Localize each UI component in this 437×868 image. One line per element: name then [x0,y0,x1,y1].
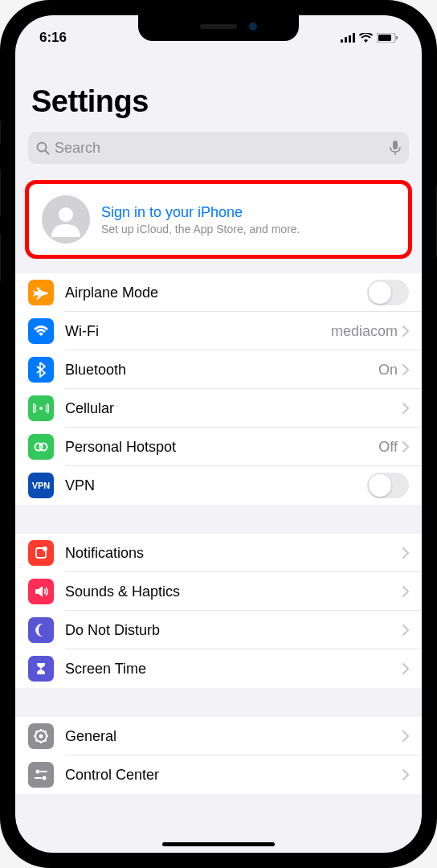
hotspot-row[interactable]: Personal Hotspot Off [15,428,422,466]
search-placeholder: Search [55,140,390,157]
cellular-label: Cellular [65,400,402,417]
wifi-detail: mediacom [331,323,398,340]
page-header: Settings [15,52,422,125]
bluetooth-label: Bluetooth [65,362,378,379]
svg-point-14 [40,444,47,451]
screentime-row[interactable]: Screen Time [15,649,422,688]
notifications-row[interactable]: Notifications [15,534,422,572]
hotspot-icon [28,434,54,460]
chevron-icon [402,547,409,559]
svg-rect-1 [345,37,347,43]
vpn-icon: VPN [28,473,54,498]
airplane-mode-row[interactable]: Airplane Mode [15,273,422,312]
dnd-row[interactable]: Do Not Disturb [15,611,422,649]
chevron-icon [402,624,409,636]
phone-frame: 6:16 [0,0,437,868]
battery-icon [377,33,398,43]
wifi-row-icon [28,318,54,344]
svg-point-12 [39,407,43,410]
notifications-icon [28,540,54,566]
search-icon [36,141,50,155]
system-group: General Control Center [15,717,422,794]
page-title: Settings [31,84,406,119]
sounds-label: Sounds & Haptics [65,583,402,600]
hotspot-detail: Off [378,439,398,456]
vpn-label: VPN [65,477,367,494]
chevron-icon [402,441,409,452]
sounds-row[interactable]: Sounds & Haptics [15,572,422,611]
wifi-row[interactable]: Wi-Fi mediacom [15,312,422,350]
svg-point-11 [59,207,73,222]
svg-line-25 [36,740,38,742]
airplane-toggle[interactable] [367,280,409,305]
search-box[interactable]: Search [28,132,409,164]
screentime-label: Screen Time [65,661,402,678]
sign-in-card[interactable]: Sign in to your iPhone Set up iCloud, th… [25,180,412,259]
svg-rect-3 [353,33,355,43]
vpn-row[interactable]: VPN VPN [15,466,422,505]
chevron-icon [402,403,409,414]
sliders-icon [28,762,54,788]
svg-point-27 [36,770,40,774]
general-row[interactable]: General [15,717,422,755]
bluetooth-row[interactable]: Bluetooth On [15,350,422,389]
general-label: General [65,728,402,745]
moon-icon [28,617,54,643]
svg-rect-6 [396,36,398,39]
chevron-icon [402,326,409,337]
notifications-label: Notifications [65,545,402,562]
cellular-row[interactable]: Cellular [15,389,422,428]
svg-point-18 [39,735,43,739]
dnd-label: Do Not Disturb [65,622,402,639]
wifi-label: Wi-Fi [65,323,331,340]
notifications-group: Notifications Sounds & Haptics [15,534,422,688]
svg-line-26 [45,731,47,733]
chevron-icon [402,586,409,597]
airplane-label: Airplane Mode [65,285,367,301]
svg-line-23 [36,731,38,733]
cellular-icon [28,395,54,421]
svg-line-8 [45,150,49,154]
svg-point-16 [43,547,47,551]
svg-rect-2 [349,35,351,43]
svg-rect-5 [378,35,391,41]
microphone-icon[interactable] [390,140,401,156]
airplane-icon [28,280,54,305]
home-indicator[interactable] [162,842,275,846]
svg-point-29 [43,776,47,780]
vpn-toggle[interactable] [367,473,409,498]
sign-in-subtitle: Set up iCloud, the App Store, and more. [101,223,300,235]
svg-line-24 [45,740,47,742]
svg-rect-0 [341,39,343,43]
gear-icon [28,723,54,749]
bluetooth-detail: On [378,362,398,379]
sounds-icon [28,579,54,604]
control-center-label: Control Center [65,767,402,784]
status-time: 6:16 [39,30,67,46]
wifi-icon [359,33,373,43]
connectivity-group: Airplane Mode Wi-Fi mediacom [15,273,422,505]
signal-icon [341,33,355,43]
chevron-icon [402,364,409,375]
status-icons [341,33,398,43]
chevron-icon [402,769,409,780]
svg-rect-9 [393,141,398,149]
hourglass-icon [28,656,54,682]
hotspot-label: Personal Hotspot [65,439,378,456]
avatar-placeholder [42,195,90,244]
chevron-icon [402,663,409,674]
control-center-row[interactable]: Control Center [15,755,422,794]
sign-in-title: Sign in to your iPhone [101,204,300,221]
chevron-icon [402,731,409,742]
bluetooth-icon [28,357,54,383]
